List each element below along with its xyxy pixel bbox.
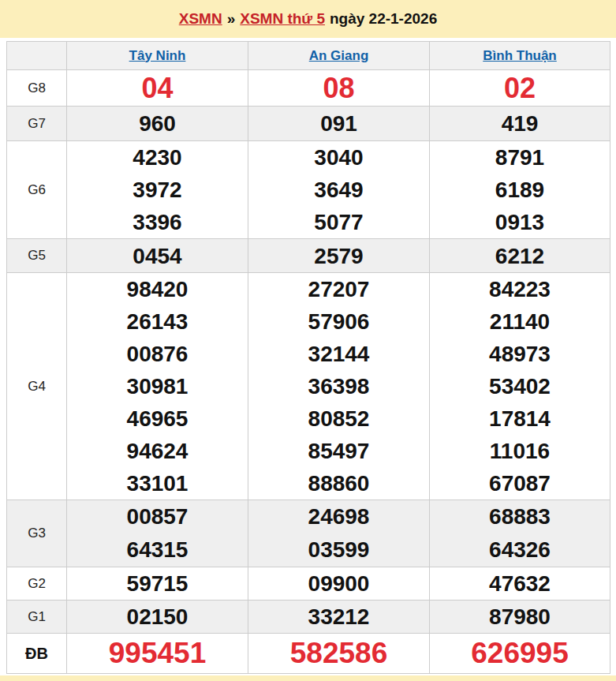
result-number: 24698 bbox=[248, 500, 429, 533]
result-number: 02150 bbox=[67, 601, 248, 633]
province-header: Bình Thuận bbox=[430, 42, 610, 70]
result-number: 30981 bbox=[67, 370, 248, 402]
result-number: 8791 bbox=[430, 141, 610, 174]
result-number: 33212 bbox=[248, 601, 429, 633]
result-cell: 304036495077 bbox=[248, 141, 430, 239]
lottery-results-page: XSMN » XSMN thứ 5 ngày 22-1-2026 Tây Nin… bbox=[0, 0, 616, 681]
result-number: 46965 bbox=[67, 402, 248, 435]
result-number: 626995 bbox=[430, 634, 610, 673]
result-number: 98420 bbox=[67, 273, 248, 305]
result-number: 64326 bbox=[430, 533, 610, 567]
prize-label: G4 bbox=[7, 273, 67, 500]
results-content: Tây Ninh An Giang Bình Thuận G8040802G79… bbox=[0, 38, 616, 675]
result-cell: 0085764315 bbox=[67, 500, 248, 567]
prize-label: G8 bbox=[7, 70, 67, 107]
result-cell: 59715 bbox=[67, 567, 248, 601]
result-number: 09900 bbox=[248, 567, 429, 600]
prize-row: ĐB995451582586626995 bbox=[7, 634, 610, 674]
result-number: 0454 bbox=[67, 240, 248, 272]
province-header: An Giang bbox=[248, 42, 430, 70]
result-number: 67087 bbox=[430, 467, 610, 500]
prize-row: G3008576431524698035996888364326 bbox=[7, 500, 610, 567]
result-cell: 04 bbox=[67, 70, 248, 107]
prize-row: G5045425796212 bbox=[7, 239, 610, 273]
xsmn-day-link[interactable]: XSMN thứ 5 bbox=[240, 10, 325, 28]
result-cell: 419 bbox=[430, 107, 610, 141]
prize-row: G2597150990047632 bbox=[7, 567, 610, 601]
results-table-body: G8040802G7960091419G64230397233963040364… bbox=[7, 70, 610, 674]
result-number: 33101 bbox=[67, 467, 248, 500]
result-cell: 995451 bbox=[67, 634, 248, 674]
breadcrumb-separator: » bbox=[222, 10, 241, 28]
prize-label: G7 bbox=[7, 107, 67, 141]
result-cell: 582586 bbox=[248, 634, 430, 674]
province-link-tay-ninh[interactable]: Tây Ninh bbox=[129, 48, 186, 63]
result-number: 6212 bbox=[430, 240, 610, 272]
result-number: 47632 bbox=[430, 567, 610, 600]
result-number: 091 bbox=[248, 107, 429, 140]
page-title: XSMN » XSMN thứ 5 ngày 22-1-2026 bbox=[0, 0, 616, 38]
result-number: 6189 bbox=[430, 174, 610, 206]
result-number: 11016 bbox=[430, 435, 610, 467]
result-number: 00876 bbox=[67, 338, 248, 370]
result-number: 00857 bbox=[67, 500, 248, 533]
result-number: 32144 bbox=[248, 338, 429, 370]
result-number: 995451 bbox=[67, 634, 248, 673]
prize-column-header bbox=[7, 42, 67, 70]
result-number: 4230 bbox=[67, 141, 248, 174]
result-number: 94624 bbox=[67, 435, 248, 467]
prize-label: G2 bbox=[7, 567, 67, 601]
prize-row: G1021503321287980 bbox=[7, 601, 610, 634]
prize-row: G8040802 bbox=[7, 70, 610, 107]
result-number: 57906 bbox=[248, 305, 429, 338]
result-cell: 87980 bbox=[430, 601, 610, 634]
result-number: 48973 bbox=[430, 338, 610, 370]
result-number: 36398 bbox=[248, 370, 429, 402]
result-number: 02 bbox=[430, 70, 610, 106]
prize-row: G6423039723396304036495077879161890913 bbox=[7, 141, 610, 239]
result-number: 17814 bbox=[430, 402, 610, 435]
result-number: 419 bbox=[430, 107, 610, 140]
result-cell: 2469803599 bbox=[248, 500, 430, 567]
result-number: 3040 bbox=[248, 141, 429, 174]
result-cell: 08 bbox=[248, 70, 430, 107]
result-number: 0913 bbox=[430, 206, 610, 238]
result-number: 5077 bbox=[248, 206, 429, 238]
province-link-an-giang[interactable]: An Giang bbox=[309, 48, 369, 63]
result-number: 21140 bbox=[430, 305, 610, 338]
prize-label: G3 bbox=[7, 500, 67, 567]
prize-row: G7960091419 bbox=[7, 107, 610, 141]
result-number: 80852 bbox=[248, 402, 429, 435]
result-number: 3396 bbox=[67, 206, 248, 238]
results-table: Tây Ninh An Giang Bình Thuận G8040802G79… bbox=[6, 41, 610, 674]
result-cell: 84223211404897353402178141101667087 bbox=[430, 273, 610, 500]
result-cell: 33212 bbox=[248, 601, 430, 634]
result-cell: 09900 bbox=[248, 567, 430, 601]
result-cell: 47632 bbox=[430, 567, 610, 601]
result-number: 2579 bbox=[248, 240, 429, 272]
result-cell: 02 bbox=[430, 70, 610, 107]
result-number: 960 bbox=[67, 107, 248, 140]
result-number: 64315 bbox=[67, 533, 248, 567]
result-number: 87980 bbox=[430, 601, 610, 633]
province-link-binh-thuan[interactable]: Bình Thuận bbox=[483, 48, 556, 63]
result-cell: 626995 bbox=[430, 634, 610, 674]
result-cell: 879161890913 bbox=[430, 141, 610, 239]
result-cell: 98420261430087630981469659462433101 bbox=[67, 273, 248, 500]
result-cell: 6888364326 bbox=[430, 500, 610, 567]
result-number: 68883 bbox=[430, 500, 610, 533]
result-cell: 091 bbox=[248, 107, 430, 141]
result-cell: 960 bbox=[67, 107, 248, 141]
xsmn-link[interactable]: XSMN bbox=[179, 10, 222, 28]
result-number: 59715 bbox=[67, 567, 248, 600]
result-cell: 2579 bbox=[248, 239, 430, 273]
result-cell: 02150 bbox=[67, 601, 248, 634]
result-number: 04 bbox=[67, 70, 248, 106]
prize-label: G1 bbox=[7, 601, 67, 634]
result-number: 03599 bbox=[248, 533, 429, 567]
bottom-strip bbox=[0, 675, 616, 681]
prize-label: ĐB bbox=[7, 634, 67, 674]
result-number: 3649 bbox=[248, 174, 429, 206]
title-date: ngày 22-1-2026 bbox=[325, 10, 437, 28]
table-header-row: Tây Ninh An Giang Bình Thuận bbox=[7, 42, 610, 70]
